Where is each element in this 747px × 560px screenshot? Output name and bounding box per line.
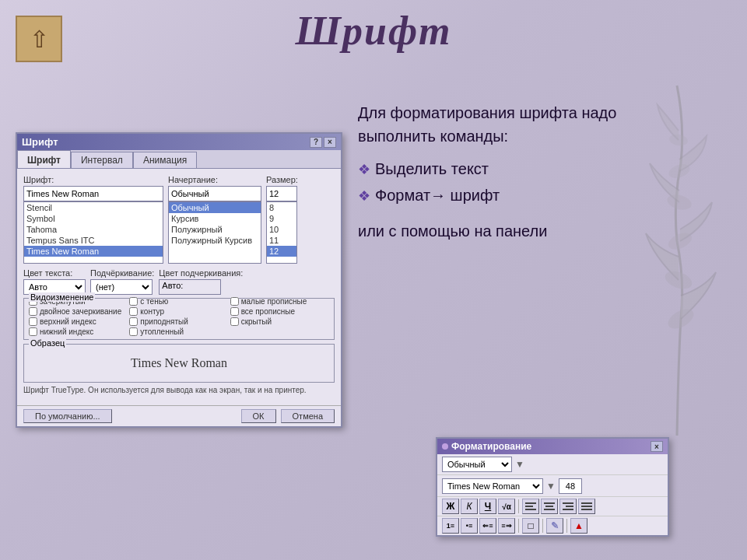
- format-style-select[interactable]: Обычный: [442, 457, 512, 472]
- underline-color-col: Цвет подчеркивания: Авто:: [159, 268, 243, 295]
- effect-all-caps[interactable]: все прописные: [230, 307, 329, 316]
- dialog-footer: По умолчанию... ОК Отмена: [17, 405, 341, 426]
- style-listbox[interactable]: Обычный Курсив Полужирный Полужирный Кур…: [168, 201, 261, 264]
- font-item[interactable]: Tahoma: [24, 224, 163, 235]
- tab-interval[interactable]: Интервал: [71, 152, 133, 168]
- align-center-icon: [544, 502, 555, 510]
- font-input[interactable]: [23, 186, 163, 201]
- font-item[interactable]: Stencil: [24, 202, 163, 213]
- dialog-tabs: Шрифт Интервал Анимация: [17, 150, 341, 169]
- bullet-item-1: ❖ Выделить текст: [358, 157, 693, 180]
- ok-button[interactable]: ОК: [241, 409, 276, 423]
- underline-button[interactable]: Ч: [479, 499, 496, 514]
- or-text: или с помощью на панели: [358, 219, 693, 243]
- font-item-selected[interactable]: Times New Roman: [24, 246, 163, 257]
- indent-more-button[interactable]: ≡⇒: [498, 518, 515, 534]
- format-font-dropdown-icon: ▼: [546, 481, 556, 492]
- titlebar-left: Шрифт: [22, 136, 58, 148]
- bullet-diamond-1: ❖: [358, 159, 370, 180]
- format-size-input[interactable]: [559, 478, 582, 494]
- size-label: Размер:: [266, 175, 298, 184]
- dialog-controls: ? ×: [310, 137, 336, 148]
- effect-small-caps[interactable]: малые прописные: [230, 297, 329, 306]
- effect-superscript[interactable]: верхний индекс: [29, 317, 128, 326]
- format-dialog: Форматирование × Обычный ▼ Times New Rom…: [436, 437, 669, 537]
- format-title-left: Форматирование: [442, 441, 531, 452]
- underline-col: Подчёркивание: (нет): [90, 268, 154, 295]
- bold-button[interactable]: Ж: [442, 499, 459, 514]
- align-right-icon: [563, 502, 573, 510]
- font-color-col: Цвет текста: Авто: [23, 268, 86, 295]
- cancel-button[interactable]: Отмена: [281, 409, 335, 423]
- numbered-list-button[interactable]: 1≡: [442, 518, 459, 534]
- underline-color-label: Цвет подчеркивания:: [159, 268, 243, 278]
- style-item[interactable]: Курсив: [169, 213, 261, 224]
- bullet-list-button[interactable]: •≡: [461, 518, 478, 534]
- format-font-row: Times New Roman ▼: [437, 474, 668, 496]
- formula-button[interactable]: √α: [498, 499, 515, 514]
- effect-sunken[interactable]: утопленный: [129, 327, 228, 336]
- bullet-item-2: ❖ Формат→ шрифт: [358, 184, 693, 207]
- underline-color-value: Авто:: [159, 279, 221, 295]
- size-item[interactable]: 10: [267, 224, 296, 235]
- size-item[interactable]: 8: [267, 202, 296, 213]
- format-dropdown-icon: ▼: [515, 459, 524, 470]
- effect-shadow[interactable]: с тенью: [129, 297, 228, 306]
- preview-label: Образец: [29, 338, 66, 348]
- font-item[interactable]: Symbol: [24, 213, 163, 224]
- format-titlebar: Форматирование ×: [437, 439, 668, 454]
- style-col: Начертание: Обычный Курсив Полужирный По…: [168, 175, 261, 264]
- format-buttons-row2: 1≡ •≡ ⇐≡ ≡⇒ □ ✎ ▲: [437, 516, 668, 535]
- format-buttons-row1: Ж К Ч √α: [437, 496, 668, 516]
- italic-button[interactable]: К: [461, 499, 478, 514]
- size-item[interactable]: 9: [267, 213, 296, 224]
- effect-subscript[interactable]: нижний индекс: [29, 327, 128, 336]
- close-button[interactable]: ×: [324, 137, 336, 148]
- intro-text: Для форматирования шрифта надо выполнить…: [358, 101, 693, 148]
- size-item[interactable]: 11: [267, 235, 296, 246]
- tab-animation[interactable]: Анимация: [133, 152, 197, 168]
- bullet-text-1: Выделить текст: [375, 157, 489, 180]
- style-item[interactable]: Полужирный: [169, 224, 261, 235]
- effect-outline[interactable]: контур: [129, 307, 228, 316]
- format-close-button[interactable]: ×: [651, 441, 663, 452]
- bullet-text-2: Формат→ шрифт: [375, 184, 500, 207]
- effects-group: Видоизменение зачеркнутый с тенью малые …: [23, 298, 335, 340]
- preview-text: Times New Roman: [131, 356, 227, 370]
- default-button[interactable]: По умолчанию...: [23, 409, 112, 423]
- align-left-button[interactable]: [522, 499, 539, 514]
- format-style-row: Обычный ▼: [437, 454, 668, 474]
- toolbar-separator-3: [542, 519, 543, 533]
- underline-label: Подчёркивание:: [90, 268, 154, 278]
- dialog-titlebar: Шрифт ? ×: [17, 134, 341, 150]
- font-label: Шрифт:: [23, 175, 163, 184]
- pen-button[interactable]: ✎: [546, 518, 563, 534]
- effect-double-strike[interactable]: двойное зачеркивание: [29, 307, 128, 316]
- toolbar-separator-4: [566, 519, 567, 533]
- style-item[interactable]: Полужирный Курсив: [169, 235, 261, 246]
- format-font-select[interactable]: Times New Roman: [442, 478, 543, 494]
- align-center-button[interactable]: [541, 499, 558, 514]
- justify-button[interactable]: [578, 499, 595, 514]
- underline-select[interactable]: (нет): [90, 279, 153, 295]
- arrow-button[interactable]: ▲: [570, 518, 587, 534]
- style-input[interactable]: [168, 186, 261, 201]
- align-right-button[interactable]: [559, 499, 577, 514]
- tab-font[interactable]: Шрифт: [17, 150, 71, 168]
- size-item-selected[interactable]: 12: [267, 246, 296, 257]
- size-input[interactable]: [266, 186, 297, 201]
- effect-hidden[interactable]: скрытый: [230, 317, 329, 326]
- style-item-selected[interactable]: Обычный: [169, 202, 261, 213]
- dialog-title: Шрифт: [22, 136, 58, 148]
- font-color-label: Цвет текста:: [23, 268, 86, 278]
- justify-icon: [581, 502, 592, 510]
- size-listbox[interactable]: 8 9 10 11 12: [266, 201, 297, 264]
- font-row: Шрифт: Stencil Symbol Tahoma Tempus Sans…: [23, 175, 335, 264]
- effect-raised[interactable]: приподнятый: [129, 317, 228, 326]
- font-item[interactable]: Tempus Sans ITC: [24, 235, 163, 246]
- info-panel: Для форматирования шрифта надо выполнить…: [358, 101, 693, 243]
- box-button[interactable]: □: [522, 518, 539, 534]
- font-listbox[interactable]: Stencil Symbol Tahoma Tempus Sans ITC Ti…: [23, 201, 163, 264]
- indent-less-button[interactable]: ⇐≡: [479, 518, 496, 534]
- help-button[interactable]: ?: [310, 137, 322, 148]
